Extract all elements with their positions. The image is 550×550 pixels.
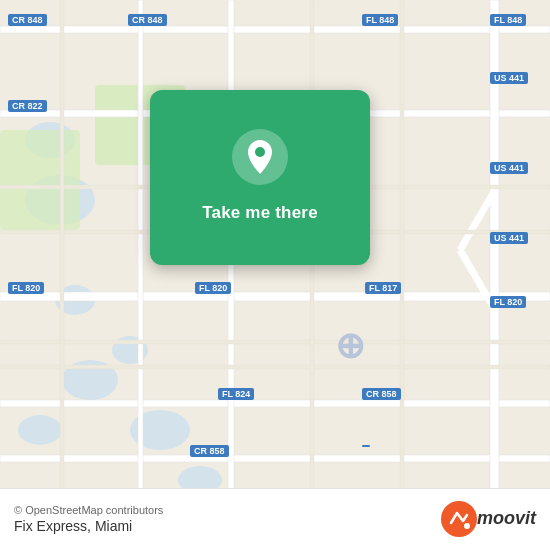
svg-point-29: [255, 147, 265, 157]
location-pin-icon: [243, 138, 277, 176]
road-label-cr858-mid: CR 858: [190, 445, 229, 457]
svg-point-3: [18, 415, 62, 445]
road-label-fl848-far: FL 848: [490, 14, 526, 26]
road-label-us441-1: US 441: [490, 72, 528, 84]
svg-rect-23: [0, 340, 550, 344]
svg-rect-26: [310, 0, 314, 550]
svg-rect-10: [0, 130, 80, 230]
bottom-left: © OpenStreetMap contributors Fix Express…: [14, 504, 163, 534]
road-label-cr858-right: [362, 445, 370, 447]
svg-rect-0: [0, 0, 550, 550]
svg-point-30: [441, 501, 477, 537]
road-label-fl820-left: FL 820: [8, 282, 44, 294]
moovit-logo-icon: [441, 501, 477, 537]
road-label-fl820-right: FL 817: [365, 282, 401, 294]
attribution-text: © OpenStreetMap contributors: [14, 504, 163, 516]
road-label-us441-3: US 441: [490, 232, 528, 244]
svg-rect-27: [400, 0, 404, 550]
road-label-cr848-mid: CR 848: [128, 14, 167, 26]
road-label-fl848-right: FL 848: [362, 14, 398, 26]
map-container: ⊕ CR 848 CR 848 FL 848 FL 848 CR 822 US …: [0, 0, 550, 550]
bottom-bar: © OpenStreetMap contributors Fix Express…: [0, 488, 550, 550]
svg-text:⊕: ⊕: [335, 325, 365, 366]
svg-rect-15: [0, 455, 550, 462]
road-label-us441-2: US 441: [490, 162, 528, 174]
svg-rect-11: [0, 26, 550, 33]
svg-point-31: [464, 523, 470, 529]
road-label-fl817-mid: FL 824: [218, 388, 254, 400]
location-name: Fix Express, Miami: [14, 518, 163, 534]
svg-rect-25: [60, 0, 64, 550]
moovit-logo: moovit: [441, 501, 536, 537]
card-overlay: Take me there: [150, 90, 370, 265]
road-label-cr848-left: CR 848: [8, 14, 47, 26]
svg-rect-24: [0, 365, 550, 369]
location-icon-wrap: [232, 129, 288, 185]
map-svg: ⊕: [0, 0, 550, 550]
road-label-us441-4: FL 820: [490, 296, 526, 308]
svg-rect-18: [138, 0, 143, 550]
svg-rect-14: [0, 400, 550, 407]
svg-rect-16: [228, 0, 234, 550]
take-me-there-button[interactable]: Take me there: [192, 199, 328, 227]
moovit-text: moovit: [477, 508, 536, 529]
road-label-fl824: CR 858: [362, 388, 401, 400]
road-label-cr822: CR 822: [8, 100, 47, 112]
road-label-fl820-mid: FL 820: [195, 282, 231, 294]
svg-rect-13: [0, 292, 550, 301]
